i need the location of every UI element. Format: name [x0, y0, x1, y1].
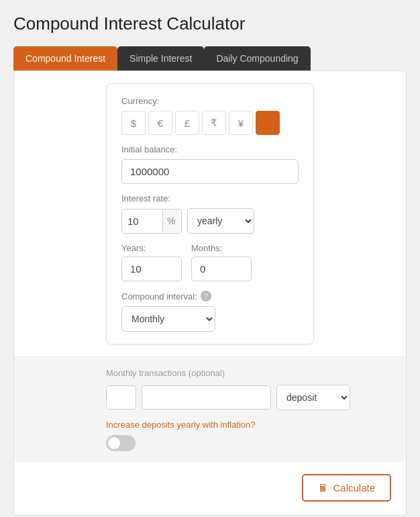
- currency-custom[interactable]: [256, 111, 280, 135]
- optional-section: Monthly transactions (optional) deposit …: [14, 357, 406, 462]
- months-col: Months:: [191, 243, 252, 281]
- currency-jpy[interactable]: ¥: [229, 111, 253, 135]
- rate-row: % yearly monthly: [121, 208, 299, 234]
- years-label: Years:: [121, 243, 182, 253]
- years-col: Years:: [121, 243, 182, 281]
- compound-interval-group: Compound interval: ? Monthly Daily Weekl…: [121, 291, 299, 332]
- rate-input-wrap: %: [121, 209, 182, 234]
- currency-eur[interactable]: €: [148, 111, 172, 135]
- calculate-button[interactable]: 🖩 Calculate: [302, 474, 391, 502]
- calculator-icon: 🖩: [318, 482, 328, 493]
- years-months-row: Years: Months:: [121, 243, 299, 281]
- help-icon: ?: [201, 291, 211, 301]
- tab-simple[interactable]: Simple Interest: [117, 46, 204, 70]
- optional-inner: Monthly transactions (optional) deposit …: [106, 368, 314, 451]
- app-container: Compound Interest Calculator Compound In…: [0, 0, 420, 517]
- calculate-row: 🖩 Calculate: [14, 462, 406, 502]
- interest-rate-group: Interest rate: % yearly monthly: [121, 193, 299, 234]
- currency-group: Currency: $ € £ ₹ ¥: [121, 96, 299, 135]
- calculate-label: Calculate: [333, 482, 375, 493]
- period-select[interactable]: yearly monthly: [187, 208, 254, 234]
- currency-usd[interactable]: $: [121, 111, 146, 135]
- currency-label: Currency:: [121, 96, 299, 106]
- inflation-toggle[interactable]: [106, 435, 136, 451]
- transactions-row: deposit withdrawal: [106, 385, 314, 410]
- tabs-bar: Compound Interest Simple Interest Daily …: [13, 46, 407, 70]
- trans-amount-small[interactable]: [106, 385, 136, 410]
- years-months-group: Years: Months:: [121, 243, 299, 281]
- months-input[interactable]: [191, 256, 252, 281]
- currency-inr[interactable]: ₹: [202, 111, 226, 135]
- compound-interval-label: Compound interval:: [121, 291, 197, 301]
- compound-interval-select[interactable]: Monthly Daily Weekly Quarterly Yearly: [121, 306, 215, 332]
- compound-label-row: Compound interval: ?: [121, 291, 299, 301]
- currency-row: $ € £ ₹ ¥: [121, 111, 299, 135]
- months-label: Months:: [191, 243, 252, 253]
- currency-gbp[interactable]: £: [175, 111, 199, 135]
- tab-compound[interactable]: Compound Interest: [13, 46, 117, 70]
- years-input[interactable]: [121, 256, 182, 281]
- optional-text: (optional): [189, 368, 225, 378]
- interest-rate-label: Interest rate:: [121, 193, 299, 203]
- deposit-select[interactable]: deposit withdrawal: [276, 385, 350, 410]
- toggle-wrap: [106, 435, 314, 451]
- initial-balance-group: Initial balance:: [121, 144, 299, 184]
- page-title: Compound Interest Calculator: [13, 13, 407, 34]
- initial-balance-label: Initial balance:: [121, 144, 299, 154]
- optional-label: Monthly transactions (optional): [106, 368, 314, 378]
- inflation-label: Increase deposits yearly with inflation?: [106, 420, 314, 430]
- trans-amount-large[interactable]: [142, 385, 271, 410]
- optional-label-text: Monthly transactions: [106, 368, 186, 378]
- tab-daily[interactable]: Daily Compounding: [204, 46, 310, 70]
- main-card: Currency: $ € £ ₹ ¥ Initial balance: Int…: [13, 70, 407, 516]
- form-section: Currency: $ € £ ₹ ¥ Initial balance: Int…: [106, 83, 314, 344]
- rate-percent-sign: %: [162, 209, 179, 232]
- rate-input[interactable]: [122, 209, 162, 233]
- initial-balance-input[interactable]: [121, 159, 299, 184]
- toggle-slider: [106, 435, 136, 451]
